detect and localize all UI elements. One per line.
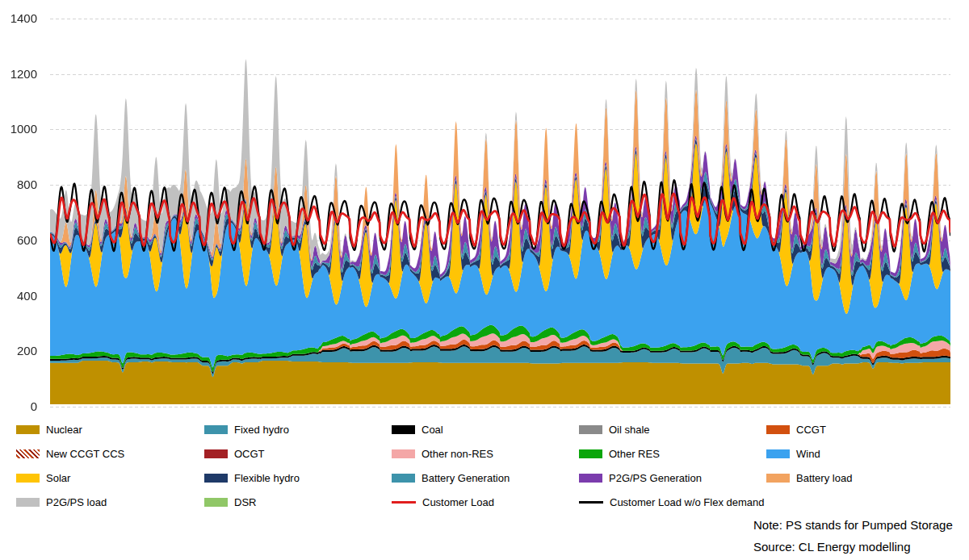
legend-label: CCGT — [796, 424, 826, 436]
legend-item-battery-load: Battery load — [766, 472, 956, 484]
legend-item-customer-load-noflex: Customer Load w/o Flex demand — [579, 496, 766, 508]
legend-swatch-solar — [16, 474, 40, 483]
legend-swatch-customer-load — [392, 501, 416, 504]
legend-swatch-other-non-res — [392, 449, 415, 458]
legend-label: OCGT — [234, 448, 265, 460]
legend-item-solar: Solar — [16, 472, 204, 484]
legend-label: Wind — [796, 448, 820, 460]
legend-label: Other RES — [609, 448, 660, 460]
y-tick-0: 0 — [0, 399, 37, 414]
stacked-area-chart-canvas — [0, 0, 969, 415]
legend-swatch-p2g-ps-load — [16, 498, 40, 507]
legend-item-p2g-ps-load: P2G/PS load — [16, 496, 204, 508]
legend-swatch-fixed-hydro — [204, 425, 228, 434]
legend-label: Flexible hydro — [234, 472, 300, 484]
legend-swatch-dsr — [204, 498, 228, 507]
legend-label: Oil shale — [609, 424, 650, 436]
legend-item-other-non-res: Other non-RES — [392, 448, 579, 460]
y-tick-1200: 1200 — [0, 67, 37, 81]
legend-swatch-ccgt — [766, 425, 790, 434]
legend-item-dsr: DSR — [204, 496, 392, 508]
legend-label: P2G/PS load — [46, 496, 107, 508]
legend-label: Customer Load — [422, 496, 494, 508]
chart-note: Note: PS stands for Pumped Storage — [753, 518, 953, 532]
y-tick-1400: 1400 — [0, 11, 37, 26]
legend-label: Battery load — [796, 472, 852, 484]
legend-item-coal: Coal — [392, 424, 579, 436]
chart-legend: Nuclear Fixed hydro Coal Oil shale CCGT … — [16, 417, 961, 514]
legend-label: P2G/PS Generation — [609, 472, 702, 484]
legend-swatch-nuclear — [16, 425, 40, 434]
legend-label: Fixed hydro — [234, 424, 289, 436]
legend-item-wind: Wind — [766, 448, 956, 460]
legend-label: Battery Generation — [422, 472, 510, 484]
legend-swatch-p2g-ps-generation — [579, 474, 602, 483]
legend-swatch-battery-load — [766, 474, 790, 483]
y-tick-1000: 1000 — [0, 122, 37, 136]
y-tick-200: 200 — [0, 344, 37, 358]
legend-item-battery-generation: Battery Generation — [392, 472, 579, 484]
legend-label: DSR — [234, 496, 256, 508]
legend-swatch-new-ccgt-ccs — [16, 449, 40, 458]
y-tick-600: 600 — [0, 233, 37, 248]
y-tick-800: 800 — [0, 178, 37, 192]
legend-swatch-customer-load-noflex — [579, 501, 603, 504]
legend-label: Customer Load w/o Flex demand — [610, 496, 764, 508]
legend-label: New CCGT CCS — [46, 448, 124, 460]
legend-item-fixed-hydro: Fixed hydro — [204, 424, 392, 436]
legend-swatch-battery-generation — [392, 474, 415, 483]
y-tick-400: 400 — [0, 289, 37, 303]
legend-item-ocgt: OCGT — [204, 448, 392, 460]
legend-item-nuclear: Nuclear — [16, 424, 204, 436]
chart-source: Source: CL Energy modelling — [753, 540, 911, 554]
legend-swatch-flexible-hydro — [204, 474, 228, 483]
stacked-dispatch-figure: 1400 1200 1000 800 600 400 200 0 Nuclear… — [0, 0, 969, 560]
legend-item-new-ccgt-ccs: New CCGT CCS — [16, 448, 204, 460]
legend-label: Coal — [422, 424, 443, 436]
legend-label: Other non-RES — [422, 448, 493, 460]
legend-item-oil-shale: Oil shale — [579, 424, 766, 436]
legend-item-flexible-hydro: Flexible hydro — [204, 472, 392, 484]
legend-item-customer-load: Customer Load — [392, 496, 579, 508]
legend-swatch-oil-shale — [579, 425, 602, 434]
legend-label: Solar — [46, 472, 70, 484]
legend-swatch-ocgt — [204, 449, 228, 458]
legend-swatch-other-res — [579, 449, 602, 458]
legend-item-other-res: Other RES — [579, 448, 766, 460]
legend-item-p2g-ps-generation: P2G/PS Generation — [579, 472, 766, 484]
legend-label: Nuclear — [46, 424, 82, 436]
legend-swatch-coal — [392, 425, 415, 434]
legend-item-ccgt: CCGT — [766, 424, 956, 436]
legend-swatch-wind — [766, 449, 790, 458]
